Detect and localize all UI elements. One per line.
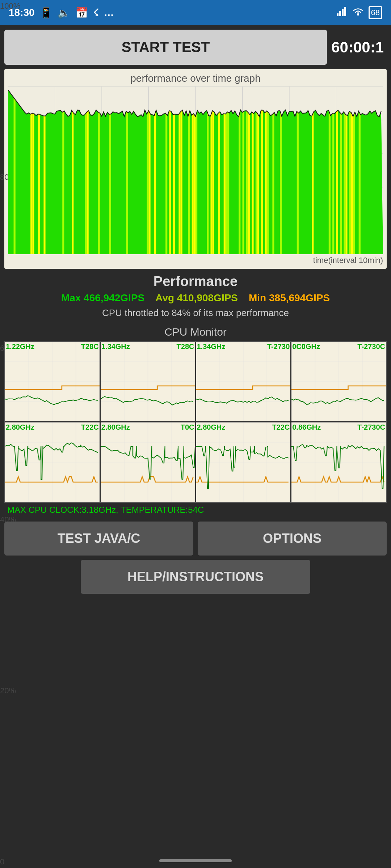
notification-icon: 📱	[40, 7, 52, 19]
perf-max: Max 466,942GIPS	[61, 292, 144, 304]
cpu-cell-7: 0.86GHz T-2730C	[291, 422, 386, 502]
cpu-grid: 1.22GHz T28C 1.34GHz T28C 1.34GHz T-2730	[4, 341, 387, 503]
cpu-cell-0-freq: 1.22GHz	[6, 342, 34, 351]
status-right: 68	[337, 6, 382, 19]
cpu-footer: MAX CPU CLOCK:3.18GHz, TEMPERATURE:54C	[4, 503, 387, 517]
svg-rect-3	[344, 7, 346, 16]
cpu-cell-3: 0C0GHz T-2730C	[291, 342, 386, 421]
cpu-monitor: CPU Monitor 1.22GHz T28C 1.34GHz T28C 1.	[4, 326, 387, 517]
cpu-cell-4: 2.80GHz T22C	[5, 422, 100, 502]
cpu-cell-0-header: 1.22GHz T28C	[6, 342, 99, 351]
signal-icon	[337, 7, 348, 18]
cpu-cell-6-freq: 2.80GHz	[197, 423, 226, 431]
cpu-cell-2-freq: 1.34GHz	[197, 342, 226, 351]
home-indicator	[159, 859, 232, 862]
svg-point-4	[357, 13, 359, 16]
cpu-cell-7-freq: 0.86GHz	[292, 423, 321, 431]
performance-stats: Performance Max 466,942GIPS Avg 410,908G…	[4, 274, 387, 319]
performance-numbers: Max 466,942GIPS Avg 410,908GIPS Min 385,…	[4, 292, 387, 304]
cpu-cell-1-header: 1.34GHz T28C	[101, 342, 194, 351]
cpu-cell-5: 2.80GHz T0C	[101, 422, 195, 502]
cpu-cell-4-header: 2.80GHz T22C	[6, 423, 99, 431]
cpu-graph-3	[291, 342, 386, 421]
audio-icon: 🔈	[58, 7, 70, 19]
top-controls: START TEST 60:00:1	[4, 30, 387, 65]
more-icon: …	[104, 7, 114, 18]
app-area: START TEST 60:00:1 performance over time…	[0, 25, 391, 605]
cpu-graph-7	[291, 422, 386, 502]
cpu-cell-3-temp: T-2730C	[357, 342, 385, 351]
cpu-graph-6	[196, 422, 291, 502]
cpu-cell-6-header: 2.80GHz T22C	[197, 423, 290, 431]
cpu-cell-5-freq: 2.80GHz	[101, 423, 130, 431]
help-instructions-button[interactable]: HELP/INSTRUCTIONS	[81, 560, 310, 594]
cpu-cell-5-header: 2.80GHz T0C	[101, 423, 194, 431]
cpu-graph-2	[196, 342, 291, 421]
perf-throttle-msg: CPU throttled to 84% of its max performa…	[4, 307, 387, 319]
cpu-cell-1: 1.34GHz T28C	[101, 342, 195, 421]
cpu-cell-2-temp: T-2730	[267, 342, 290, 351]
cpu-cell-3-freq: 0C0GHz	[292, 342, 320, 351]
x-axis-label: time(interval 10min)	[8, 256, 383, 265]
test-java-button[interactable]: TEST JAVA/C	[4, 522, 193, 556]
cpu-cell-4-temp: T22C	[81, 423, 99, 431]
performance-graph	[8, 86, 383, 254]
svg-rect-1	[339, 11, 341, 16]
cpu-cell-2: 1.34GHz T-2730	[196, 342, 291, 421]
cpu-cell-2-header: 1.34GHz T-2730	[197, 342, 290, 351]
performance-title: Performance	[4, 274, 387, 289]
timer-display: 60:00:1	[331, 39, 387, 56]
bluetooth-icon: ☇	[93, 7, 99, 19]
cpu-graph-5	[101, 422, 195, 502]
start-test-button[interactable]: START TEST	[4, 30, 327, 65]
cpu-cell-6: 2.80GHz T22C	[196, 422, 291, 502]
cpu-cell-1-freq: 1.34GHz	[101, 342, 130, 351]
graph-title: performance over time graph	[8, 73, 383, 84]
cpu-graph-0	[5, 342, 100, 421]
bottom-buttons: TEST JAVA/C OPTIONS	[4, 522, 387, 556]
cpu-monitor-title: CPU Monitor	[4, 326, 387, 338]
battery-icon: 68	[369, 6, 382, 19]
calendar-icon: 📅	[75, 7, 88, 19]
svg-rect-2	[342, 9, 344, 16]
cpu-cell-4-freq: 2.80GHz	[6, 423, 34, 431]
svg-rect-0	[337, 13, 339, 16]
status-bar: 18:30 📱 🔈 📅 ☇ … 68	[0, 0, 391, 25]
cpu-cell-7-temp: T-2730C	[357, 423, 385, 431]
perf-min: Min 385,694GIPS	[249, 292, 330, 304]
perf-avg: Avg 410,908GIPS	[155, 292, 238, 304]
graph-section: performance over time graph 100% 80% 60%…	[4, 69, 387, 269]
cpu-graph-4	[5, 422, 100, 502]
cpu-cell-5-temp: T0C	[181, 423, 194, 431]
status-left: 18:30 📱 🔈 📅 ☇ …	[9, 7, 114, 19]
cpu-cell-3-header: 0C0GHz T-2730C	[292, 342, 385, 351]
cpu-graph-1	[101, 342, 195, 421]
options-button[interactable]: OPTIONS	[198, 522, 387, 556]
cpu-cell-1-temp: T28C	[177, 342, 194, 351]
cpu-cell-0: 1.22GHz T28C	[5, 342, 100, 421]
cpu-cell-7-header: 0.86GHz T-2730C	[292, 423, 385, 431]
cpu-cell-6-temp: T22C	[272, 423, 290, 431]
cpu-cell-0-temp: T28C	[81, 342, 99, 351]
wifi-icon	[353, 7, 363, 18]
